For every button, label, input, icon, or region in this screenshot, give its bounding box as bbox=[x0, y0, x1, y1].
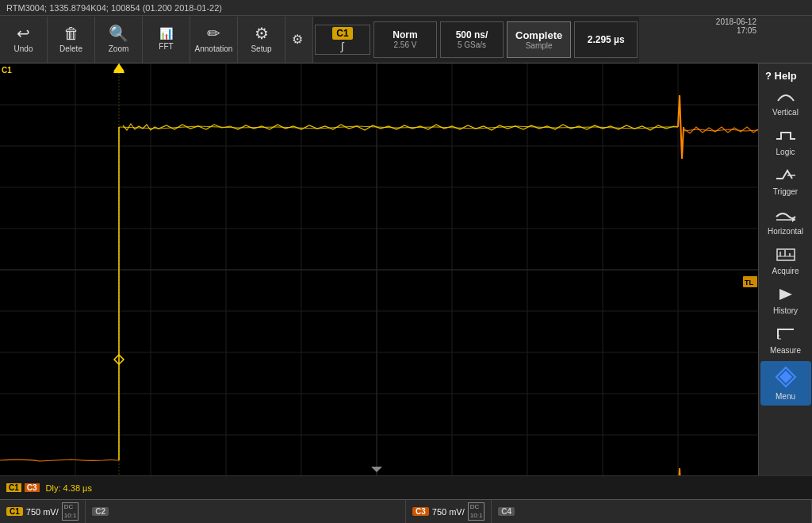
channel-bar: C1 750 mV/ DC10:1 C2 C3 750 mV/ DC10:1 C… bbox=[0, 499, 812, 523]
right-sidebar: ? Help Vertical Logic bbox=[758, 63, 812, 475]
svg-marker-40 bbox=[779, 289, 792, 300]
mode-block[interactable]: Norm 2.56 V bbox=[373, 21, 437, 58]
toolbar: ↩ Undo 🗑 Delete 🔍 Zoom 📊 FFT ✏ Annotatio… bbox=[0, 16, 812, 63]
zoom-button[interactable]: 🔍 Zoom bbox=[95, 17, 143, 63]
waveform-svg: TL C1 C3 bbox=[0, 63, 758, 475]
help-text: ? Help bbox=[765, 70, 797, 82]
channel-header: C1 ∫ Norm 2.56 V 500 ns/ 5 GSa/s Complet… bbox=[312, 17, 639, 63]
setup-label: Setup bbox=[251, 44, 271, 53]
ch3-bar-value: 750 mV/ bbox=[432, 507, 465, 517]
sample-label: Sample bbox=[526, 41, 553, 50]
help-label[interactable]: ? Help bbox=[759, 67, 812, 82]
undo-icon: ↩ bbox=[17, 25, 30, 41]
measure-icon bbox=[775, 326, 797, 344]
history-icon bbox=[775, 286, 797, 305]
undo-label: Undo bbox=[14, 44, 33, 53]
mode-value: Norm bbox=[393, 29, 417, 40]
menu-label: Menu bbox=[776, 392, 795, 401]
scope-area[interactable]: TL C1 C3 bbox=[0, 63, 758, 475]
horizontal-label: Horizontal bbox=[768, 227, 803, 236]
acquire-label: Acquire bbox=[772, 267, 799, 275]
ch1-bar-value: 750 mV/ bbox=[26, 507, 59, 517]
svg-marker-30 bbox=[113, 63, 124, 71]
delete-button[interactable]: 🗑 Delete bbox=[48, 17, 95, 63]
trigger-label: Trigger bbox=[773, 187, 798, 196]
ch4-bar-item[interactable]: C4 bbox=[492, 500, 812, 524]
settings-toggle-button[interactable]: ⚙ bbox=[285, 17, 309, 63]
ch2-bar-badge: C2 bbox=[92, 507, 109, 516]
logic-icon bbox=[775, 128, 797, 146]
ch3-bar-badge: C3 bbox=[412, 507, 429, 516]
trigger-icon bbox=[775, 167, 797, 186]
ch1-badge: C1 bbox=[332, 27, 352, 40]
sidebar-item-menu[interactable]: Menu bbox=[760, 361, 811, 406]
undo-button[interactable]: ↩ Undo bbox=[0, 17, 48, 63]
measure-label: Measure bbox=[770, 346, 801, 355]
complete-label: Complete bbox=[515, 29, 562, 41]
delete-icon: 🗑 bbox=[63, 25, 79, 41]
main-area: TL C1 C3 ? Help Vertical bbox=[0, 63, 812, 475]
time-offset-block[interactable]: 2.295 µs bbox=[574, 21, 638, 58]
sidebar-item-measure[interactable]: Measure bbox=[760, 321, 811, 360]
delay-display: Dly: 4.38 µs bbox=[46, 483, 92, 493]
setup-button[interactable]: ⚙ Setup bbox=[238, 17, 285, 63]
horizontal-icon bbox=[775, 207, 797, 225]
fft-button[interactable]: 📊 FFT bbox=[143, 17, 190, 63]
zoom-label: Zoom bbox=[109, 44, 129, 53]
acquire-icon bbox=[775, 247, 797, 265]
status-bar: C1 C3 Dly: 4.38 µs bbox=[0, 475, 812, 499]
annotation-button[interactable]: ✏ Annotation bbox=[190, 17, 238, 63]
ch1-indicator: C1 bbox=[6, 483, 21, 492]
ch1-badge-block[interactable]: C1 ∫ bbox=[315, 25, 370, 55]
title-text: RTM3004; 1335.8794K04; 100854 (01.200 20… bbox=[6, 3, 222, 13]
gear-icon: ⚙ bbox=[292, 32, 303, 47]
ch1-bar-badge: C1 bbox=[6, 507, 23, 516]
history-label: History bbox=[773, 306, 798, 315]
sample-rate-value: 5 GSa/s bbox=[458, 40, 486, 49]
delete-label: Delete bbox=[59, 44, 82, 53]
complete-button[interactable]: Complete Sample bbox=[507, 21, 571, 58]
ch1-bar-item[interactable]: C1 750 mV/ DC10:1 bbox=[0, 500, 86, 524]
ch1-dc-coupling: DC10:1 bbox=[62, 502, 79, 521]
sidebar-item-trigger[interactable]: Trigger bbox=[760, 163, 811, 201]
time-div-block[interactable]: 500 ns/ 5 GSa/s bbox=[440, 21, 504, 58]
waveform-type-icon: ∫ bbox=[341, 40, 344, 52]
sidebar-item-acquire[interactable]: Acquire bbox=[760, 242, 811, 280]
fft-icon: 📊 bbox=[159, 28, 173, 39]
annotation-label: Annotation bbox=[195, 44, 233, 53]
vertical-label: Vertical bbox=[772, 108, 799, 117]
ch4-bar-badge: C4 bbox=[498, 507, 515, 516]
sidebar-item-vertical[interactable]: Vertical bbox=[760, 83, 811, 121]
menu-icon bbox=[775, 366, 797, 390]
ch3-dc-coupling: DC10:1 bbox=[468, 502, 485, 521]
logic-label: Logic bbox=[776, 148, 795, 156]
time-value: 17:05 bbox=[716, 26, 756, 35]
sidebar-item-logic[interactable]: Logic bbox=[760, 123, 811, 161]
ch3-bar-item[interactable]: C3 750 mV/ DC10:1 bbox=[406, 500, 492, 524]
fft-label: FFT bbox=[159, 42, 173, 51]
title-bar: RTM3004; 1335.8794K04; 100854 (01.200 20… bbox=[0, 0, 812, 16]
annotation-icon: ✏ bbox=[207, 25, 220, 41]
ch2-bar-item[interactable]: C2 bbox=[86, 500, 406, 524]
date-value: 2018-06-12 bbox=[716, 17, 756, 26]
voltage-value: 2.56 V bbox=[394, 40, 417, 49]
sidebar-item-horizontal[interactable]: Horizontal bbox=[760, 202, 811, 240]
time-div-value: 500 ns/ bbox=[456, 29, 488, 40]
svg-text:TL: TL bbox=[745, 279, 753, 286]
svg-text:C1: C1 bbox=[2, 66, 12, 75]
time-offset-value: 2.295 µs bbox=[588, 34, 625, 45]
svg-marker-31 bbox=[371, 467, 382, 472]
setup-icon: ⚙ bbox=[255, 25, 269, 41]
zoom-icon: 🔍 bbox=[109, 25, 128, 41]
sidebar-item-history[interactable]: History bbox=[760, 282, 811, 320]
datetime-display: 2018-06-12 17:05 bbox=[716, 17, 756, 35]
ch3-indicator: C3 bbox=[25, 483, 40, 492]
vertical-icon bbox=[775, 88, 797, 106]
